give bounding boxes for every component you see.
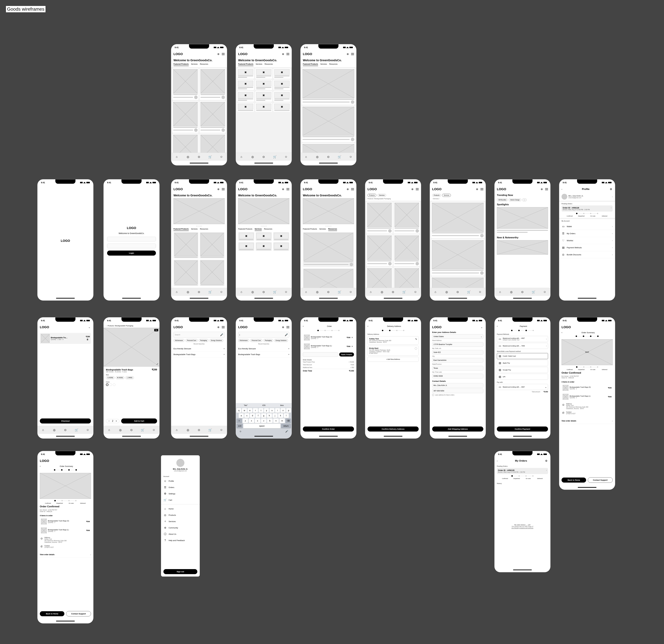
account-icon[interactable]: ☺: [220, 155, 223, 159]
qty-minus[interactable]: −: [107, 420, 111, 422]
tab-resources[interactable]: Resources: [200, 63, 208, 66]
nav-settings[interactable]: ⚙Settings: [161, 491, 200, 497]
nav-home[interactable]: ⌂Home: [161, 505, 200, 512]
close-icon[interactable]: ×: [224, 353, 225, 355]
home-indicator: [171, 161, 227, 165]
nav-cart[interactable]: 🛒Cart: [161, 497, 200, 503]
nav-products[interactable]: ◎Products: [161, 512, 200, 518]
search-input[interactable]: Search🎤: [173, 332, 225, 338]
product-card[interactable]: [200, 134, 226, 153]
name-input[interactable]: Mrs. Zola Kirlin Jr.: [432, 383, 483, 388]
tab-services[interactable]: Services: [191, 63, 198, 66]
confirm-payment-button[interactable]: Confirm Payment: [497, 427, 548, 432]
app-bar: LOGO⊕: [171, 50, 227, 58]
save-checkbox[interactable]: [432, 394, 434, 396]
product-card[interactable]: [200, 68, 226, 100]
coupon-input[interactable]: [303, 352, 338, 357]
qty-plus[interactable]: +: [115, 420, 118, 422]
keyboard[interactable]: qwertyuiop asdfghjkl ⇧zxcvbnm⌫ 123spacer…: [236, 408, 292, 429]
chevron-down-icon[interactable]: ⌄: [480, 326, 483, 329]
pending-order-card[interactable]: Order ID : #456128› Arrives | Wed, Aug 2…: [562, 205, 613, 212]
notification-icon[interactable]: ⊕: [216, 52, 220, 56]
cart-item[interactable]: Biodegradable Tra…Quantity : 1 Size : S …: [40, 333, 91, 344]
apt-input[interactable]: Suite 622: [432, 350, 483, 355]
gear-icon[interactable]: ⚙: [609, 187, 613, 191]
edit-icon[interactable]: ✎: [415, 338, 417, 343]
nav-wishlist[interactable]: ♡Wishlist›: [559, 237, 615, 244]
address-card[interactable]: Ashley Yost441 Dickinson Motorway Suite …: [368, 336, 419, 345]
close-icon[interactable]: ×: [352, 336, 353, 339]
expand-icon[interactable]: ⤢: [157, 363, 158, 366]
search-icon[interactable]: ⊙: [197, 155, 201, 159]
tab-bar: ⌂◎⊙🛒☺: [171, 153, 227, 161]
cart-icon[interactable]: 🛒: [209, 155, 212, 159]
menu-icon[interactable]: [222, 53, 225, 55]
apply-coupon-button[interactable]: Apply Coupon: [339, 352, 354, 356]
home-icon[interactable]: ⌂: [175, 155, 179, 159]
explore-icon[interactable]: ◎: [186, 155, 190, 159]
home-hero-grid3: 9:41 LOGO⊕ Welcome to GreenGoodsCo. ○ ○ …: [236, 179, 292, 300]
product-card[interactable]: [172, 134, 199, 153]
username-input[interactable]: [107, 237, 156, 241]
back-icon[interactable]: ‹: [562, 188, 562, 190]
radio-unselected[interactable]: [415, 347, 417, 350]
nav-payment[interactable]: ▤Payment Methods›: [559, 244, 615, 251]
pill-services[interactable]: Services: [377, 194, 386, 197]
inspire: 9:41 LOGO⊕ Trending Now Gift BundlesInte…: [494, 179, 551, 300]
page-title: Welcome to GreenGoodsCo.: [171, 58, 227, 63]
nav-about[interactable]: ⓘAbout Us: [161, 531, 200, 537]
contact-support-button[interactable]: Contact Support: [588, 477, 613, 483]
nav-orders[interactable]: ☰Orders: [161, 484, 200, 491]
product-card[interactable]: [200, 101, 226, 133]
order-summary-tall: 9:41 LOGO ‹Order Summary MAP ConfirmedDi…: [559, 317, 615, 490]
status-bar: 9:41: [171, 44, 227, 50]
view-order-details[interactable]: View order details›: [559, 418, 615, 424]
emoji-icon[interactable]: ☺: [239, 430, 242, 433]
search-recent: 9:41 LOGO⊕ Search🎤 KitchenwarePersonal C…: [171, 317, 227, 439]
country-select[interactable]: United States⌄: [432, 334, 483, 339]
back-home-button[interactable]: Back to Home: [562, 478, 586, 482]
pill-products[interactable]: Products: [368, 194, 376, 197]
my-orders: 9:41 ‹My Orders⚙ Pending Orders Order ID…: [494, 451, 551, 572]
confirm-address-button[interactable]: Confirm Delivery Address: [368, 427, 419, 432]
nav-orders[interactable]: ☰My Orders›: [559, 230, 615, 237]
confirm-order-button[interactable]: Confirm Order: [303, 427, 354, 432]
add-shipping-button[interactable]: Add Shipping Address: [432, 427, 483, 432]
add-to-cart-button[interactable]: Add to Cart: [121, 418, 157, 423]
nav-wallet[interactable]: ▭Wallet›: [559, 223, 615, 230]
nav-bundle[interactable]: ◎Bundle Discounts›: [559, 251, 615, 258]
chevron-down-icon[interactable]: ⌄: [87, 326, 91, 329]
close-icon[interactable]: ×: [224, 348, 225, 350]
password-input[interactable]: [107, 244, 156, 248]
nav-help[interactable]: ?Help and Feedback: [161, 537, 200, 543]
splash: 9:41 LOGO: [37, 179, 94, 300]
street-input[interactable]: 17378 Beatrice Turnpike: [432, 342, 483, 347]
home-list: 9:41 LOGO⊕ Welcome to GreenGoodsCo. Feat…: [300, 44, 356, 165]
home-grid-3col: 9:41 LOGO⊕ Welcome to GreenGoodsCo. Feat…: [236, 44, 292, 165]
add-new-address[interactable]: + Add New Address: [368, 357, 419, 362]
phone-input[interactable]: 397-636-5054: [432, 389, 483, 393]
nav-community[interactable]: ⊚Community: [161, 524, 200, 531]
back-icon[interactable]: ‹: [106, 325, 106, 327]
nav-services[interactable]: ✧Services: [161, 518, 200, 524]
state-input[interactable]: Texas: [432, 366, 483, 370]
zip-input[interactable]: 03362-5008: [432, 374, 483, 378]
login-button[interactable]: Login: [107, 251, 156, 255]
product-card[interactable]: [172, 101, 199, 133]
gear-icon[interactable]: ⚙: [544, 459, 548, 462]
home-hero-list: 9:41 LOGO⊕ Welcome to GreenGoodsCo. ○ ○ …: [300, 179, 356, 300]
checkout-button[interactable]: Checkout: [40, 418, 91, 423]
notification-icon[interactable]: ⊕: [281, 52, 285, 56]
mic-icon[interactable]: 🎤: [220, 333, 223, 336]
product-card[interactable]: ▣: [237, 68, 254, 79]
tab-featured[interactable]: Featured Products: [173, 63, 189, 66]
menu-icon[interactable]: [287, 53, 289, 55]
nav-profile[interactable]: ☺Profile: [161, 478, 200, 484]
tabs: Featured ProductsServicesResources: [171, 63, 227, 67]
back-icon[interactable]: ‹: [303, 325, 304, 328]
trash-icon[interactable]: 🗑: [86, 338, 89, 341]
city-input[interactable]: East Garnetshire: [432, 358, 483, 362]
product-card[interactable]: [172, 68, 199, 100]
mic-icon[interactable]: 🎤: [285, 430, 288, 433]
signout-button[interactable]: Sign out: [163, 569, 197, 574]
